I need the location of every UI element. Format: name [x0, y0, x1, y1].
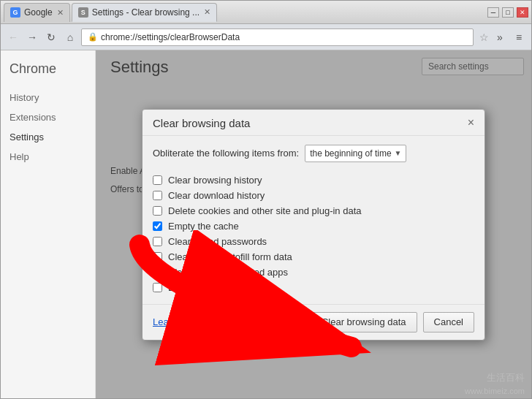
modal-overlay: Clear browsing data × Obliterate the fol… [96, 50, 531, 398]
minimize-button[interactable]: ─ [487, 7, 499, 18]
home-button[interactable]: ⌂ [62, 29, 78, 45]
tab-settings-close[interactable]: ✕ [204, 7, 210, 17]
sidebar: Chrome History Extensions Settings Help [1, 50, 96, 398]
learn-more-link[interactable]: Learn more [153, 316, 201, 327]
address-icon: 🔒 [88, 32, 98, 42]
sidebar-item-help[interactable]: Help [1, 147, 95, 167]
time-dropdown[interactable]: the beginning of time ▼ [305, 145, 406, 162]
title-bar: G Google ✕ S Settings - Clear browsing .… [1, 1, 531, 24]
checkbox-cookies-input[interactable] [153, 206, 162, 216]
menu-icon: ≡ [516, 31, 522, 43]
checkbox-hosted-input[interactable] [153, 267, 162, 277]
checkbox-browsing-input[interactable] [153, 175, 162, 185]
address-bar[interactable]: 🔒 chrome://settings/clearBrowserData [81, 28, 474, 46]
time-option-text: the beginning of time [310, 148, 391, 159]
dialog-close-button[interactable]: × [468, 117, 474, 129]
tab-google-label: Google [24, 7, 53, 18]
sidebar-item-extensions[interactable]: Extensions [1, 107, 95, 127]
checkbox-passwords-input[interactable] [153, 237, 162, 246]
checkbox-deauth-input[interactable] [153, 283, 162, 292]
footer-buttons: Clear browsing data Cancel [311, 312, 474, 332]
checkbox-deauth-label[interactable]: Deauthorize content li... [168, 282, 268, 293]
time-row: Obliterate the following items from: the… [153, 145, 474, 162]
checkbox-hosted-label[interactable]: Clear data from hosted apps [168, 267, 288, 278]
watermark-url: www.bimeiz.com [465, 387, 525, 395]
time-label: Obliterate the following items from: [153, 148, 299, 159]
dialog-footer: Learn more Clear browsing data Cancel [142, 304, 484, 340]
reload-icon: ↻ [47, 31, 56, 43]
maximize-button[interactable]: □ [502, 7, 514, 18]
tab-settings[interactable]: S Settings - Clear browsing ... ✕ [72, 3, 217, 22]
reload-button[interactable]: ↻ [43, 29, 59, 45]
window-controls: ─ □ ✕ [487, 7, 528, 18]
menu-button[interactable]: ≡ [511, 29, 527, 45]
dropdown-arrow-icon: ▼ [395, 149, 402, 157]
checkbox-download-history: Clear download history [153, 188, 474, 203]
browser-window: G Google ✕ S Settings - Clear browsing .… [0, 0, 532, 399]
checkbox-cookies: Delete cookies and other site and plug-i… [153, 203, 474, 218]
clear-browsing-dialog: Clear browsing data × Obliterate the fol… [142, 109, 485, 341]
checkbox-autofill: Clear saved Autofill form data [153, 249, 474, 265]
checkbox-cache: Empty the cache [153, 218, 474, 234]
home-icon: ⌂ [67, 31, 73, 43]
content-area: Chrome History Extensions Settings Help … [1, 50, 531, 398]
checkbox-autofill-input[interactable] [153, 252, 162, 262]
checkbox-hosted: Clear data from hosted apps [153, 265, 474, 280]
clear-browsing-data-button[interactable]: Clear browsing data [311, 312, 417, 332]
dialog-header: Clear browsing data × [142, 110, 484, 136]
checkbox-autofill-label[interactable]: Clear saved Autofill form data [168, 251, 292, 262]
back-button[interactable]: ← [5, 29, 21, 45]
checkbox-download-label[interactable]: Clear download history [168, 190, 265, 201]
address-text: chrome://settings/clearBrowserData [101, 32, 240, 42]
tab-settings-label: Settings - Clear browsing ... [92, 7, 200, 18]
nav-extra-button[interactable]: » [492, 29, 508, 45]
checkbox-passwords: Clear saved passwords [153, 234, 474, 249]
checkbox-cookies-label[interactable]: Delete cookies and other site and plug-i… [168, 205, 362, 216]
cancel-button[interactable]: Cancel [423, 312, 474, 332]
tab-settings-favicon: S [78, 7, 88, 18]
sidebar-title: Chrome [1, 58, 95, 88]
tab-google-favicon: G [10, 7, 20, 18]
close-window-button[interactable]: ✕ [517, 7, 528, 18]
forward-button[interactable]: → [24, 29, 40, 45]
checkbox-browsing-history: Clear browsing history [153, 172, 474, 188]
forward-icon: → [27, 31, 37, 43]
sidebar-item-history[interactable]: History [1, 88, 95, 107]
tab-google[interactable]: G Google ✕ [4, 3, 70, 22]
tab-google-close[interactable]: ✕ [57, 8, 64, 18]
nav-bar: ← → ↻ ⌂ 🔒 chrome://settings/clearBrowser… [1, 24, 531, 50]
dialog-title: Clear browsing data [153, 117, 250, 129]
checkbox-cache-input[interactable] [153, 221, 162, 231]
dialog-body: Obliterate the following items from: the… [142, 136, 484, 304]
bookmark-button[interactable]: ☆ [479, 31, 489, 43]
checkbox-deauth: Deauthorize content li... [153, 280, 474, 295]
checkbox-passwords-label[interactable]: Clear saved passwords [168, 236, 267, 247]
back-icon: ← [8, 31, 18, 43]
main-content: Settings Enable Autofill to fill out web… [96, 50, 531, 398]
watermark-chinese: 生活百科 [487, 371, 525, 384]
checkbox-cache-label[interactable]: Empty the cache [168, 221, 239, 232]
checkbox-browsing-label[interactable]: Clear browsing history [168, 175, 262, 186]
checkbox-download-input[interactable] [153, 191, 162, 200]
sidebar-item-settings[interactable]: Settings [1, 127, 95, 147]
